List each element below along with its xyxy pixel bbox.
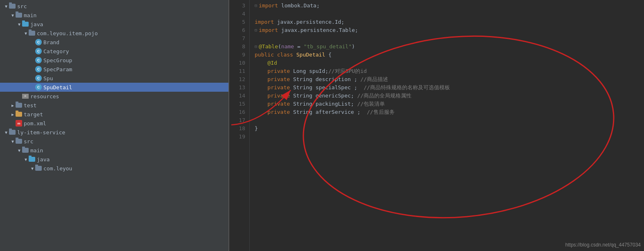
label-specgroup: SpecGroup xyxy=(43,57,72,63)
indent-14 xyxy=(255,92,267,100)
sp-14: String genericSpec; xyxy=(290,92,357,100)
kw-import-5: import xyxy=(255,18,274,26)
tree-item-src2[interactable]: src xyxy=(0,137,228,146)
folder-icon-main xyxy=(16,13,22,18)
tree-item-test[interactable]: test xyxy=(0,101,228,110)
param-name: name xyxy=(281,43,294,51)
tree-item-ly-item-service[interactable]: ly-item-service xyxy=(0,128,228,137)
code-line-4 xyxy=(255,10,644,18)
tree-item-spu[interactable]: C Spu xyxy=(0,74,228,83)
code-line-13: private String specialSpec ; //商品特殊规格的名称… xyxy=(255,84,644,92)
label-brand: Brand xyxy=(43,39,59,45)
label-spudetail: SpuDetail xyxy=(43,84,72,90)
line-numbers: 3 4 5 6 7 8 9 10 11 12 13 14 15 16 17 18… xyxy=(229,0,250,251)
code-line-10: @Id xyxy=(255,59,644,67)
sp-13: String specialSpec ; xyxy=(290,84,364,92)
indent-12 xyxy=(255,75,267,84)
label-test: test xyxy=(24,102,36,109)
annotation-table: @Table xyxy=(259,43,278,51)
tree-item-src[interactable]: src xyxy=(0,2,228,11)
linenum-6: 6 xyxy=(229,26,245,34)
folder-icon-src xyxy=(9,4,16,9)
kw-private-13: private xyxy=(267,84,290,92)
code-line-7 xyxy=(255,34,644,43)
linenum-3: 3 xyxy=(229,2,245,10)
linenum-13: 13 xyxy=(229,84,245,92)
fold-6[interactable]: ⊟ xyxy=(255,26,257,34)
kw-public: public xyxy=(255,51,274,59)
eq: = xyxy=(294,43,303,51)
watermark: https://blog.csdn.net/qq_44757034 xyxy=(565,242,641,248)
arrow-java2 xyxy=(23,157,29,162)
tree-item-com-leyou2[interactable]: com.leyou xyxy=(0,164,228,173)
tree-item-pom[interactable]: m pom.xml xyxy=(0,119,228,128)
sp2 xyxy=(293,51,296,59)
code-line-18: } xyxy=(255,124,644,133)
linenum-5: 5 xyxy=(229,18,245,26)
tree-item-category[interactable]: C Category xyxy=(0,47,228,56)
folder-icon-test xyxy=(16,103,22,108)
brace-open: { xyxy=(325,51,332,59)
arrow-src xyxy=(3,4,9,9)
arrow-src2 xyxy=(10,139,16,144)
comment-13: //商品特殊规格的名称及可选值模板 xyxy=(364,84,450,92)
code-line-15: private String packingList; //包装清单 xyxy=(255,100,644,108)
linenum-12: 12 xyxy=(229,75,245,84)
linenum-11: 11 xyxy=(229,67,245,75)
label-main: main xyxy=(24,12,36,18)
tree-item-resources[interactable]: ≡ resources xyxy=(0,92,228,101)
class-icon-specgroup: C xyxy=(35,57,42,63)
plain-5: javax.persistence.Id; xyxy=(274,18,344,26)
fold-8[interactable]: ⊟ xyxy=(255,43,257,51)
tree-item-specparam[interactable]: C SpecParam xyxy=(0,65,228,74)
indent-10 xyxy=(255,59,267,67)
label-package: com.leyou.item.pojo xyxy=(37,30,98,36)
arrow-ly-item-service xyxy=(3,130,9,135)
comment-12: //商品描述 xyxy=(360,75,388,84)
xml-icon-pom: m xyxy=(16,120,22,127)
kw-private-11: private xyxy=(267,67,290,75)
arrow-test xyxy=(10,103,16,108)
linenum-4: 4 xyxy=(229,10,245,18)
indent-16 xyxy=(255,108,267,116)
classname-spudetail: SpuDetail xyxy=(296,51,325,59)
code-line-11: private Long spuId; //对应SPU的id xyxy=(255,67,644,75)
paren-open: ( xyxy=(278,43,281,51)
tree-item-java[interactable]: java xyxy=(0,20,228,29)
java-folder-icon2 xyxy=(29,157,35,162)
code-line-8: ⊟ @Table ( name = "tb_spu_detail" ) xyxy=(255,43,644,51)
class-icon-category: C xyxy=(35,48,42,54)
code-line-9: public class SpuDetail { xyxy=(255,51,644,59)
kw-private-15: private xyxy=(267,100,290,108)
kw-private-16: private xyxy=(267,108,290,116)
kw-private-14: private xyxy=(267,92,290,100)
file-tree-panel: src main java com.leyou.item.pojo C Bran… xyxy=(0,0,229,251)
plain-6: javax.persistence.Table; xyxy=(278,26,358,34)
kw-private-12: private xyxy=(267,75,290,84)
code-line-6: ⊟ import javax.persistence.Table; xyxy=(255,26,644,34)
arrow-com-leyou2 xyxy=(29,166,35,171)
tree-item-target[interactable]: target xyxy=(0,110,228,119)
tree-item-main2[interactable]: main xyxy=(0,146,228,155)
tree-item-spudetail[interactable]: C SpuDetail xyxy=(0,83,228,92)
brace-close: } xyxy=(255,124,258,133)
fold-3[interactable]: ⊟ xyxy=(255,2,257,10)
tree-item-java2[interactable]: java xyxy=(0,155,228,164)
code-line-3: ⊟ import lombok.Data; xyxy=(255,2,644,10)
tree-item-package[interactable]: com.leyou.item.pojo xyxy=(0,29,228,38)
linenum-8: 8 xyxy=(229,43,245,51)
code-area[interactable]: ⊟ import lombok.Data; import javax.persi… xyxy=(250,0,644,251)
tree-item-brand[interactable]: C Brand xyxy=(0,38,228,47)
comment-16: //售后服务 xyxy=(367,108,395,116)
code-line-19 xyxy=(255,133,644,141)
java-folder-icon xyxy=(22,22,29,27)
folder-icon-main2 xyxy=(22,148,29,153)
arrow-java xyxy=(16,22,22,27)
tree-item-specgroup[interactable]: C SpecGroup xyxy=(0,56,228,65)
tree-item-main[interactable]: main xyxy=(0,11,228,20)
plain-3: lombok.Data; xyxy=(278,2,320,10)
label-main2: main xyxy=(30,147,43,154)
arrow-main2 xyxy=(16,148,22,153)
folder-icon-ly-item-service xyxy=(9,130,16,135)
linenum-7: 7 xyxy=(229,34,245,43)
